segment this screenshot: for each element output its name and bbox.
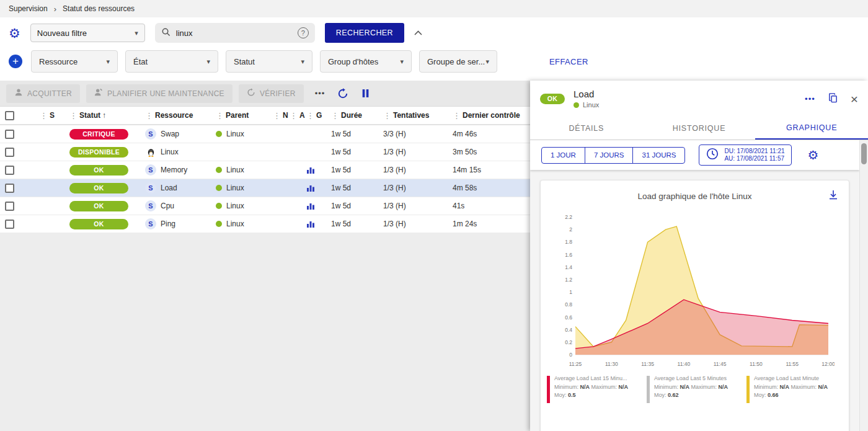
search-box[interactable]: ?	[155, 23, 315, 43]
search-button[interactable]: RECHERCHER	[325, 23, 404, 43]
column-header-severity[interactable]: ⋮ S	[35, 111, 64, 120]
row-checkbox[interactable]	[5, 148, 14, 157]
search-help-icon[interactable]: ?	[298, 27, 309, 38]
legend-item[interactable]: Average Load Last MinuteMinimum: N/A Max…	[746, 375, 843, 403]
saved-filter-select[interactable]: Nouveau filtre ▾	[30, 24, 145, 42]
column-header-action[interactable]: ⋮ A	[285, 111, 301, 120]
table-row[interactable]: OK S Memory Linux 1w 5d 1/3 (H) 14m 15s	[0, 161, 530, 179]
drag-handle-icon[interactable]: ⋮	[306, 111, 314, 120]
search-input[interactable]	[176, 29, 292, 38]
table-row[interactable]: DISPONIBLE Linux 1w 5d 1/3 (H) 3m 50s	[0, 143, 530, 161]
filter-settings-gear-icon[interactable]: ⚙	[9, 27, 20, 40]
chevron-down-icon: ▾	[400, 58, 404, 66]
drag-handle-icon[interactable]: ⋮	[273, 111, 281, 120]
svg-text:0.4: 0.4	[565, 327, 572, 333]
drag-handle-icon[interactable]: ⋮	[453, 111, 461, 120]
more-actions-button[interactable]: •••	[315, 89, 326, 98]
resource-name[interactable]: Linux	[161, 148, 179, 156]
column-header-duration[interactable]: ⋮ Durée	[326, 111, 378, 120]
drag-handle-icon[interactable]: ⋮	[383, 111, 391, 120]
column-header-status[interactable]: ⋮ Statut ↑	[64, 111, 140, 120]
column-header-tries[interactable]: ⋮ Tentatives	[378, 111, 448, 120]
criteria-servicegroup-select[interactable]: Groupe de ser... ▾	[419, 50, 497, 73]
row-checkbox[interactable]	[5, 220, 14, 229]
graph-icon[interactable]	[306, 220, 315, 228]
panel-host-name[interactable]: Linux	[583, 101, 599, 109]
table-row[interactable]: OK S Cpu Linux 1w 5d 1/3 (H) 41s	[0, 197, 530, 215]
maintenance-button[interactable]: PLANIFIER UNE MAINTENANCE	[86, 84, 232, 103]
maintenance-label: PLANIFIER UNE MAINTENANCE	[107, 89, 224, 98]
clear-filters-button[interactable]: EFFACER	[549, 57, 588, 66]
column-header-notes[interactable]: ⋮ N	[268, 111, 285, 120]
row-checkbox[interactable]	[5, 184, 14, 193]
parent-name[interactable]: Linux	[226, 166, 244, 174]
range-1day-button[interactable]: 1 JOUR	[541, 147, 585, 164]
criteria-state-select[interactable]: État ▾	[125, 50, 218, 73]
column-header-resource[interactable]: ⋮ Ressource	[140, 111, 211, 120]
range-31days-button[interactable]: 31 JOURS	[632, 147, 685, 164]
breadcrumb-page[interactable]: Statut des ressources	[63, 4, 135, 13]
criteria-status-select[interactable]: Statut ▾	[226, 50, 312, 73]
table-row[interactable]: OK S Ping Linux 1w 5d 1/3 (H) 1m 24s	[0, 215, 530, 233]
graph-icon[interactable]	[306, 166, 315, 174]
tries-cell: 1/3 (H)	[378, 184, 448, 192]
panel-more-button[interactable]: •••	[805, 94, 815, 104]
table-row[interactable]: CRITIQUE S Swap Linux 1w 5d 3/3 (H) 4m 4…	[0, 125, 530, 143]
row-checkbox[interactable]	[5, 166, 14, 175]
drag-handle-icon[interactable]: ⋮	[290, 111, 298, 120]
graph-icon[interactable]	[306, 184, 315, 192]
parent-name[interactable]: Linux	[226, 202, 244, 210]
drag-handle-icon[interactable]: ⋮	[40, 111, 48, 120]
parent-name[interactable]: Linux	[226, 130, 244, 138]
range-7days-button[interactable]: 7 JOURS	[585, 147, 634, 164]
tab-graph[interactable]: GRAPHIQUE	[755, 117, 868, 140]
resource-name[interactable]: Load	[161, 184, 177, 192]
column-header-last-check[interactable]: ⋮ Dernier contrôle	[448, 111, 530, 120]
collapse-filters-icon[interactable]	[414, 30, 422, 35]
select-all-checkbox[interactable]	[5, 111, 14, 120]
copy-link-icon[interactable]	[828, 92, 838, 105]
svg-text:2.2: 2.2	[565, 214, 572, 220]
legend-item[interactable]: Average Load Last 15 Minu...Minimum: N/A…	[547, 375, 643, 403]
drag-handle-icon[interactable]: ⋮	[69, 111, 78, 120]
svg-text:11:50: 11:50	[750, 361, 763, 367]
sort-ascending-icon[interactable]: ↑	[102, 111, 106, 120]
tries-cell: 1/3 (H)	[378, 220, 448, 228]
resource-name[interactable]: Swap	[161, 130, 179, 138]
graph-icon[interactable]	[306, 202, 315, 210]
legend-color-bar	[746, 376, 750, 403]
column-header-parent[interactable]: ⋮ Parent	[211, 111, 268, 120]
breadcrumb-supervision[interactable]: Supervision	[9, 4, 48, 13]
drag-handle-icon[interactable]: ⋮	[331, 111, 339, 120]
panel-scrollbar[interactable]	[859, 140, 868, 431]
row-checkbox[interactable]	[5, 202, 14, 211]
row-checkbox[interactable]	[5, 130, 14, 139]
close-panel-icon[interactable]: ×	[851, 92, 858, 105]
criteria-resource-select[interactable]: Ressource ▾	[31, 50, 118, 73]
drag-handle-icon[interactable]: ⋮	[216, 111, 224, 120]
tab-details[interactable]: DÉTAILS	[530, 117, 643, 140]
check-button[interactable]: VÉRIFIER	[239, 84, 304, 103]
tries-cell: 1/3 (H)	[378, 166, 448, 174]
resource-name[interactable]: Ping	[161, 220, 175, 228]
graph-settings-gear-icon[interactable]: ⚙	[808, 148, 819, 162]
resource-name[interactable]: Cpu	[161, 202, 174, 210]
date-range-picker[interactable]: DU: 17/08/2021 11:21 AU: 17/08/2021 11:5…	[699, 144, 791, 166]
parent-name[interactable]: Linux	[226, 184, 244, 192]
table-row[interactable]: OK S Load Linux 1w 5d 1/3 (H) 4m 58s	[0, 179, 530, 197]
drag-handle-icon[interactable]: ⋮	[145, 111, 153, 120]
acknowledge-button[interactable]: ACQUITTER	[6, 84, 80, 103]
parent-name[interactable]: Linux	[226, 220, 244, 228]
resource-name[interactable]: Memory	[161, 166, 187, 174]
tab-history[interactable]: HISTORIQUE	[643, 117, 756, 140]
last-check-cell: 14m 15s	[448, 166, 530, 174]
legend-item[interactable]: Average Load Last 5 MinutesMinimum: N/A …	[647, 375, 743, 403]
column-header-graph[interactable]: ⋮ G	[301, 111, 326, 120]
add-criteria-icon[interactable]: +	[9, 55, 22, 68]
pause-autorefresh-button[interactable]	[361, 89, 370, 98]
scrollbar-thumb[interactable]	[861, 143, 867, 164]
export-graph-icon[interactable]	[828, 189, 839, 203]
criteria-hostgroup-select[interactable]: Group d'hôtes ▾	[320, 50, 412, 73]
last-check-cell: 3m 50s	[448, 148, 530, 156]
refresh-list-button[interactable]	[337, 88, 348, 99]
